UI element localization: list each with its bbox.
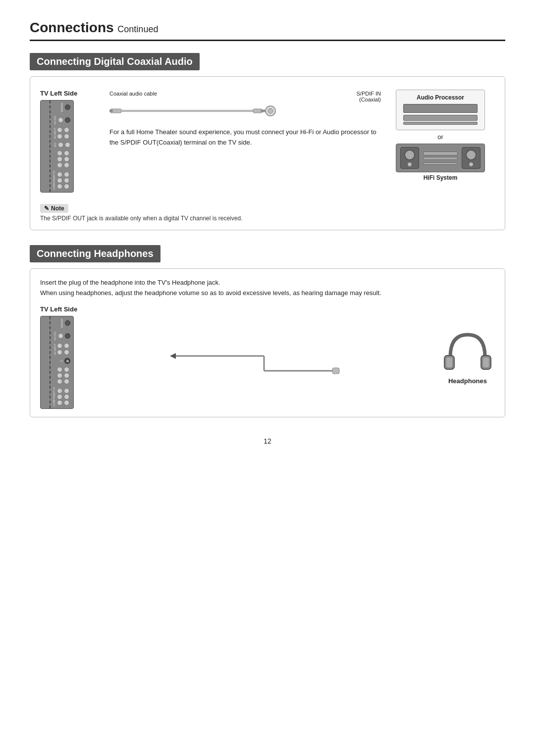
- tv-panel-coaxial: S/PDIF RS-232 AV INPUT: [40, 100, 74, 193]
- svg-rect-1: [109, 110, 112, 112]
- headphones-label: Headphones: [448, 377, 487, 385]
- audio-processor-box: Audio Processor: [396, 90, 485, 130]
- headphones-icon: [440, 330, 495, 374]
- section-header-headphones: Connecting Headphones: [30, 245, 160, 262]
- svg-rect-4: [253, 109, 262, 113]
- headphones-icon-area: Headphones: [440, 330, 495, 385]
- section-header-coaxial: Connecting Digital Coaxial Audio: [30, 53, 200, 70]
- headphones-intro: Insert the plug of the headphone into th…: [40, 278, 495, 299]
- tv-side-label-coaxial: TV Left Side: [40, 90, 77, 97]
- coaxial-info-text: For a full Home Theater sound experience…: [109, 127, 381, 148]
- svg-rect-5: [261, 110, 265, 112]
- page-title: Connections Continued: [30, 20, 505, 41]
- svg-rect-16: [483, 357, 489, 367]
- note-box: ✎ Note The S/PDIF OUT jack is available …: [40, 200, 495, 222]
- spdif-in-label: S/PDIF IN (Coaxial): [356, 91, 381, 102]
- svg-rect-12: [332, 368, 339, 374]
- headphone-cable-svg: [165, 337, 353, 377]
- svg-rect-14: [446, 357, 452, 367]
- svg-point-7: [268, 108, 273, 113]
- note-label-text: Note: [51, 205, 64, 212]
- page-number: 12: [30, 437, 505, 445]
- headphones-section-box: Insert the plug of the headphone into th…: [30, 268, 505, 417]
- coaxial-section-box: TV Left Side S/PDIF RS-232 AV INPUT: [30, 76, 505, 230]
- tv-side-label-hp: TV Left Side: [40, 305, 77, 313]
- coaxial-cable-svg: [109, 103, 278, 118]
- svg-marker-8: [170, 353, 176, 359]
- cable-label: Coaxial audio cable: [109, 91, 157, 102]
- note-icon: ✎: [44, 205, 49, 212]
- hifi-label: HiFi System: [424, 174, 458, 181]
- or-label: or: [437, 133, 443, 141]
- note-text: The S/PDIF OUT jack is available only wh…: [40, 215, 495, 222]
- headphone-cable-area: [87, 337, 430, 377]
- tv-panel-hp: S/PDIF RS-232 AV INPUT: [40, 316, 74, 409]
- hifi-system-area: HiFi System: [396, 144, 485, 181]
